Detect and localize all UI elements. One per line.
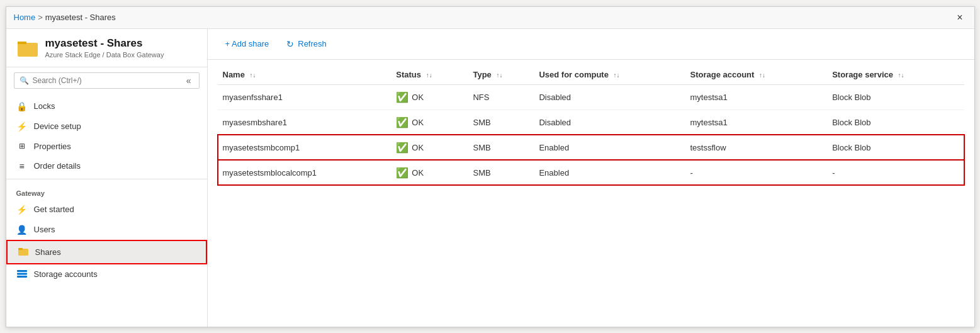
device-setup-icon: ⚡ — [16, 121, 28, 132]
cell-name: myasenfsshare1 — [218, 84, 391, 110]
toolbar: + Add share ↻ Refresh — [208, 29, 974, 60]
shares-folder-icon — [18, 246, 29, 258]
cell-storage-account: - — [685, 160, 827, 185]
sidebar-subtitle: Azure Stack Edge / Data Box Gateway — [45, 51, 164, 59]
titlebar: Home > myasetest - Shares × — [6, 7, 974, 29]
shares-table: Name ↑↓ Status ↑↓ Type ↑↓ Used for compu… — [218, 65, 964, 186]
cell-type: NFS — [468, 84, 534, 110]
col-name[interactable]: Name ↑↓ — [218, 65, 391, 85]
table-row[interactable]: myasesmbshare1 ✅ OK SMB Disabled mytests… — [218, 110, 964, 135]
search-icon: 🔍 — [20, 76, 29, 85]
sidebar-item-properties[interactable]: ⊞ Properties — [6, 137, 207, 156]
sidebar-item-shares[interactable]: Shares — [6, 240, 207, 264]
add-share-label: + Add share — [225, 39, 269, 48]
close-button[interactable]: × — [953, 11, 966, 25]
breadcrumb-current: myasetest - Shares — [45, 13, 116, 22]
svg-rect-5 — [17, 273, 27, 274]
col-storage-account[interactable]: Storage account ↑↓ — [685, 65, 827, 85]
sidebar-item-device-setup[interactable]: ⚡ Device setup — [6, 116, 207, 137]
cell-status: ✅ OK — [391, 84, 468, 110]
sidebar-item-locks[interactable]: 🔒 Locks — [6, 96, 207, 116]
cell-compute: Enabled — [534, 160, 685, 185]
table-row[interactable]: myasenfsshare1 ✅ OK NFS Disabled mytests… — [218, 84, 964, 110]
svg-rect-1 — [18, 42, 26, 44]
cell-name: myasesmbshare1 — [218, 110, 391, 135]
cell-storage-service: - — [827, 160, 964, 185]
svg-rect-3 — [18, 248, 23, 250]
main-area: myasetest - Shares Azure Stack Edge / Da… — [6, 29, 974, 327]
search-input[interactable] — [33, 76, 184, 85]
collapse-button[interactable]: « — [184, 76, 194, 86]
svg-rect-0 — [18, 43, 38, 57]
storage-account-sort-icon[interactable]: ↑↓ — [759, 72, 765, 79]
breadcrumb-sep: > — [38, 13, 43, 22]
cell-compute: Enabled — [534, 135, 685, 160]
breadcrumb: Home > myasetest - Shares — [14, 13, 116, 22]
sidebar-item-storage-accounts[interactable]: Storage accounts — [6, 264, 207, 285]
status-check-icon: ✅ — [396, 167, 408, 179]
status-check-icon: ✅ — [396, 142, 408, 154]
sidebar-item-label: Users — [34, 225, 55, 234]
sidebar-item-order-details[interactable]: ≡ Order details — [6, 156, 207, 176]
gateway-section-label: Gateway — [6, 182, 207, 200]
lock-icon: 🔒 — [16, 101, 28, 111]
table-header-row: Name ↑↓ Status ↑↓ Type ↑↓ Used for compu… — [218, 65, 964, 85]
cell-storage-service: Block Blob — [827, 110, 964, 135]
table-container: Name ↑↓ Status ↑↓ Type ↑↓ Used for compu… — [208, 60, 974, 327]
refresh-label: Refresh — [298, 39, 327, 48]
storage-accounts-icon — [16, 269, 28, 279]
main-window: Home > myasetest - Shares × myasetest - … — [6, 6, 975, 327]
sidebar: myasetest - Shares Azure Stack Edge / Da… — [6, 29, 208, 327]
status-check-icon: ✅ — [396, 91, 408, 103]
sidebar-title: myasetest - Shares — [45, 37, 164, 50]
content-area: + Add share ↻ Refresh Name ↑↓ Status ↑↓ … — [208, 29, 974, 327]
cell-type: SMB — [468, 110, 534, 135]
cell-name: myasetestsmblocalcomp1 — [218, 160, 391, 185]
properties-icon: ⊞ — [16, 142, 28, 150]
sidebar-item-users[interactable]: 👤 Users — [6, 220, 207, 240]
cell-storage-service: Block Blob — [827, 84, 964, 110]
sidebar-item-label: Device setup — [34, 121, 81, 131]
col-type[interactable]: Type ↑↓ — [468, 65, 534, 85]
sidebar-item-label: Shares — [35, 247, 61, 257]
cell-compute: Disabled — [534, 110, 685, 135]
users-icon: 👤 — [16, 225, 28, 235]
cell-status: ✅ OK — [391, 110, 468, 135]
cell-name: myasetestsmbcomp1 — [218, 135, 391, 160]
table-row[interactable]: myasetestsmbcomp1 ✅ OK SMB Enabled tests… — [218, 135, 964, 160]
cell-storage-account: mytestsa1 — [685, 84, 827, 110]
col-status[interactable]: Status ↑↓ — [391, 65, 468, 85]
cell-storage-account: mytestsa1 — [685, 110, 827, 135]
col-compute[interactable]: Used for compute ↑↓ — [534, 65, 685, 85]
col-storage-service[interactable]: Storage service ↑↓ — [827, 65, 964, 85]
sidebar-item-label: Storage accounts — [34, 269, 98, 279]
table-row[interactable]: myasetestsmblocalcomp1 ✅ OK SMB Enabled … — [218, 160, 964, 185]
order-details-icon: ≡ — [16, 161, 28, 171]
add-share-button[interactable]: + Add share — [218, 35, 277, 52]
folder-icon — [16, 37, 39, 59]
sidebar-item-label: Properties — [34, 142, 71, 151]
get-started-icon: ⚡ — [16, 205, 28, 215]
cell-type: SMB — [468, 160, 534, 185]
sidebar-item-label: Get started — [34, 205, 74, 214]
status-sort-icon[interactable]: ↑↓ — [426, 72, 432, 79]
svg-rect-6 — [17, 276, 27, 278]
status-check-icon: ✅ — [396, 116, 408, 128]
refresh-icon: ↻ — [286, 39, 294, 49]
sidebar-item-get-started[interactable]: ⚡ Get started — [6, 200, 207, 220]
cell-status: ✅ OK — [391, 160, 468, 185]
breadcrumb-home[interactable]: Home — [14, 13, 36, 22]
compute-sort-icon[interactable]: ↑↓ — [614, 72, 620, 79]
sidebar-nav: 🔒 Locks ⚡ Device setup ⊞ Properties ≡ Or… — [6, 94, 207, 327]
cell-storage-service: Block Blob — [827, 135, 964, 160]
storage-service-sort-icon[interactable]: ↑↓ — [898, 72, 904, 79]
cell-status: ✅ OK — [391, 135, 468, 160]
refresh-button[interactable]: ↻ Refresh — [279, 35, 334, 53]
type-sort-icon[interactable]: ↑↓ — [496, 72, 502, 79]
sidebar-item-label: Locks — [34, 101, 55, 111]
name-sort-icon[interactable]: ↑↓ — [250, 72, 256, 79]
svg-rect-4 — [17, 270, 27, 272]
sidebar-item-label: Order details — [34, 161, 81, 171]
sidebar-header: myasetest - Shares Azure Stack Edge / Da… — [6, 29, 207, 67]
cell-compute: Disabled — [534, 84, 685, 110]
